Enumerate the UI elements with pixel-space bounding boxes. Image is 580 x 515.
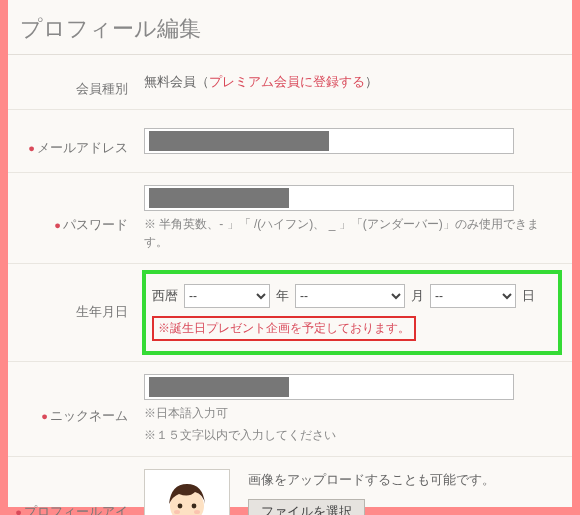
label-birthdate: 生年月日: [76, 305, 128, 319]
svg-point-5: [192, 504, 197, 509]
label-password: パスワード: [63, 218, 128, 232]
required-dot-icon: ●: [54, 219, 61, 231]
required-dot-icon: ●: [41, 410, 48, 422]
birthdate-highlight-box: 西暦 -- 年 -- 月 -- 日 ※誕生日プレゼント企画を予定しております。: [142, 270, 562, 355]
member-type-value: 無料会員: [144, 74, 196, 89]
svg-point-6: [174, 510, 180, 514]
day-select[interactable]: --: [430, 284, 516, 308]
choose-file-button[interactable]: ファイルを選択: [248, 499, 365, 515]
row-member-type: 会員種別 無料会員（プレミアム会員に登録する）: [8, 55, 572, 110]
row-avatar: ●プロフィールアイコン 画像をアップロードすることも可能です。: [8, 457, 572, 515]
row-password: ●パスワード ※ 半角英数、- 」「 /(ハイフン)、 _ 」「(アンダーバー)…: [8, 173, 572, 264]
password-masked-value: [149, 188, 289, 208]
password-field[interactable]: [144, 185, 514, 211]
email-masked-value: [149, 131, 329, 151]
label-nickname: ニックネーム: [50, 409, 128, 423]
row-birthdate: 生年月日 西暦 -- 年 -- 月 -- 日: [8, 264, 572, 362]
label-email: メールアドレス: [37, 141, 128, 155]
nickname-note-2: ※１５文字以内で入力してください: [144, 426, 558, 444]
year-select[interactable]: --: [184, 284, 270, 308]
month-select[interactable]: --: [295, 284, 405, 308]
year-unit: 年: [276, 287, 289, 305]
page-title: プロフィール編集: [8, 0, 572, 55]
upload-text: 画像をアップロードすることも可能です。: [248, 471, 495, 489]
password-note: ※ 半角英数、- 」「 /(ハイフン)、 _ 」「(アンダーバー)」のみ使用でき…: [144, 215, 558, 251]
era-label: 西暦: [152, 287, 178, 305]
row-nickname: ●ニックネーム ※日本語入力可 ※１５文字以内で入力してください: [8, 362, 572, 457]
row-email: ●メールアドレス: [8, 110, 572, 173]
required-dot-icon: ●: [15, 506, 22, 516]
svg-point-7: [194, 510, 200, 514]
nickname-field[interactable]: [144, 374, 514, 400]
required-dot-icon: ●: [28, 142, 35, 154]
label-avatar: プロフィールアイコン: [24, 505, 128, 516]
birthday-notice: ※誕生日プレゼント企画を予定しております。: [152, 316, 416, 341]
avatar-person-icon: [155, 476, 219, 515]
premium-register-link[interactable]: プレミアム会員に登録する: [209, 74, 365, 89]
day-unit: 日: [522, 287, 535, 305]
email-field[interactable]: [144, 128, 514, 154]
month-unit: 月: [411, 287, 424, 305]
nickname-masked-value: [149, 377, 289, 397]
svg-point-4: [178, 504, 183, 509]
label-member-type: 会員種別: [8, 67, 138, 98]
avatar-preview: [144, 469, 230, 515]
nickname-note-1: ※日本語入力可: [144, 404, 558, 422]
